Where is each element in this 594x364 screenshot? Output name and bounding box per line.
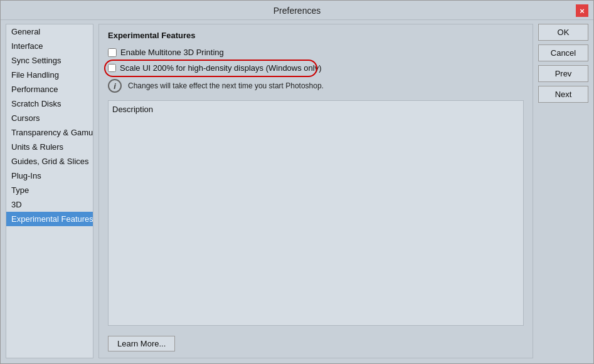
- sidebar-item-plug-ins[interactable]: Plug-Ins: [6, 169, 93, 183]
- prev-button[interactable]: Prev: [538, 65, 588, 82]
- sidebar-item-experimental-features[interactable]: Experimental Features: [6, 212, 93, 226]
- description-content: [112, 117, 519, 229]
- checkbox2-row: Scale UI 200% for high-density displays …: [108, 63, 524, 73]
- sidebar-item-scratch-disks[interactable]: Scratch Disks: [6, 96, 93, 111]
- sidebar: GeneralInterfaceSync SettingsFile Handli…: [6, 24, 93, 358]
- info-text: Changes will take effect the next time y…: [128, 81, 324, 90]
- learn-more-button[interactable]: Learn More...: [108, 336, 175, 351]
- sidebar-item-performance[interactable]: Performance: [6, 82, 93, 96]
- section-title: Experimental Features: [108, 31, 524, 40]
- info-row: i Changes will take effect the next time…: [108, 79, 524, 93]
- sidebar-item-3d[interactable]: 3D: [6, 197, 93, 212]
- ok-button[interactable]: OK: [538, 24, 588, 41]
- dialog-body: GeneralInterfaceSync SettingsFile Handli…: [1, 20, 593, 363]
- cancel-button[interactable]: Cancel: [538, 44, 588, 61]
- sidebar-item-interface[interactable]: Interface: [6, 39, 93, 53]
- right-buttons: OK Cancel Prev Next: [538, 24, 588, 358]
- checkbox2-label: Scale UI 200% for high-density displays …: [120, 63, 322, 73]
- description-label: Description: [112, 105, 519, 114]
- sidebar-item-general[interactable]: General: [6, 24, 93, 39]
- title-bar: Preferences ×: [1, 1, 593, 20]
- checkbox-multitone[interactable]: [108, 48, 117, 57]
- sidebar-item-guides-grid--slices[interactable]: Guides, Grid & Slices: [6, 154, 93, 169]
- sidebar-item-units--rulers[interactable]: Units & Rulers: [6, 140, 93, 154]
- checkbox-scaleui[interactable]: [108, 64, 116, 72]
- sidebar-item-file-handling[interactable]: File Handling: [6, 68, 93, 82]
- sidebar-item-sync-settings[interactable]: Sync Settings: [6, 53, 93, 68]
- dialog-title: Preferences: [18, 6, 576, 16]
- preferences-dialog: Preferences × GeneralInterfaceSync Setti…: [0, 0, 594, 364]
- description-box: Description: [108, 100, 524, 326]
- sidebar-item-type[interactable]: Type: [6, 183, 93, 197]
- info-icon: i: [108, 79, 122, 93]
- content-panel: Experimental Features Enable Multitone 3…: [98, 24, 533, 358]
- sidebar-item-cursors[interactable]: Cursors: [6, 111, 93, 125]
- main-content: Experimental Features Enable Multitone 3…: [98, 24, 533, 358]
- sidebar-item-transparency--gamut[interactable]: Transparency & Gamut: [6, 125, 93, 140]
- checkbox1-row: Enable Multitone 3D Printing: [108, 48, 524, 57]
- checkbox1-label: Enable Multitone 3D Printing: [120, 48, 224, 57]
- close-button[interactable]: ×: [576, 4, 588, 17]
- next-button[interactable]: Next: [538, 86, 588, 103]
